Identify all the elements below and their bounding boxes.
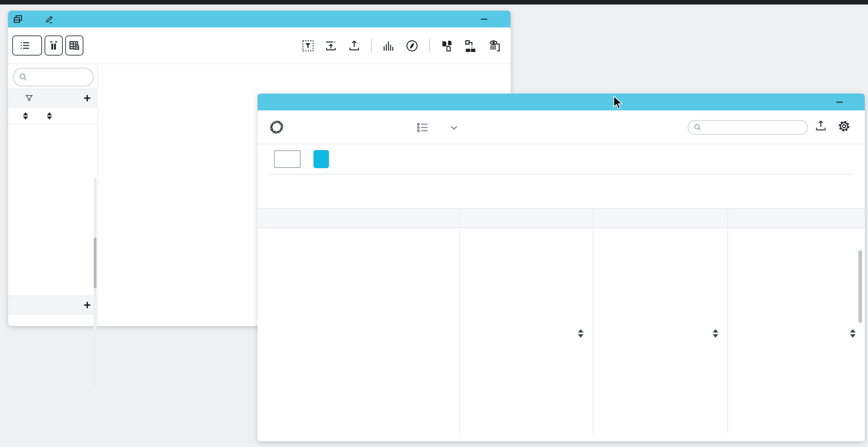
sort-icon[interactable] bbox=[577, 329, 585, 338]
mouse-cursor bbox=[612, 96, 625, 110]
dimensions-filter-icon[interactable] bbox=[25, 94, 34, 103]
copy-pages-icon[interactable] bbox=[440, 39, 454, 53]
list-icon bbox=[20, 40, 30, 51]
main-toolbar-right-icons bbox=[302, 28, 501, 64]
table-layout-button[interactable] bbox=[65, 35, 83, 56]
main-minimize-button[interactable] bbox=[477, 12, 491, 26]
dimensions-section-header: + bbox=[8, 89, 98, 107]
main-close-button[interactable] bbox=[491, 12, 505, 26]
dialog-search-input[interactable] bbox=[688, 120, 808, 135]
toolbar-separator bbox=[371, 39, 372, 53]
chart-icon[interactable] bbox=[382, 39, 395, 52]
main-toolbar bbox=[8, 28, 510, 64]
dialog-minimize-button[interactable] bbox=[833, 96, 847, 108]
add-fact-button[interactable]: + bbox=[84, 299, 91, 311]
dialog-settings-gear-icon[interactable] bbox=[837, 119, 851, 134]
divider bbox=[269, 174, 854, 175]
display-list-icon bbox=[416, 121, 429, 135]
filter-area-icon[interactable] bbox=[302, 40, 314, 52]
facts-section-header: + bbox=[8, 296, 98, 314]
dimensions-facts-button[interactable] bbox=[12, 35, 42, 56]
desktop-top-strip bbox=[0, 0, 868, 4]
toolbar-separator bbox=[429, 39, 430, 53]
search-icon bbox=[19, 73, 28, 82]
hide-columns-eye-icon[interactable] bbox=[488, 39, 501, 53]
sidebar: + + bbox=[8, 64, 98, 326]
calculate-button[interactable] bbox=[313, 150, 329, 168]
fit-columns-icon bbox=[48, 40, 59, 51]
rules-table-header bbox=[257, 208, 865, 228]
sort-icon[interactable] bbox=[46, 112, 53, 120]
sort-icon[interactable] bbox=[22, 112, 29, 120]
column-divider bbox=[727, 208, 728, 434]
compass-icon[interactable] bbox=[405, 39, 419, 53]
dialog-titlebar[interactable] bbox=[257, 94, 865, 110]
export-icon[interactable] bbox=[348, 39, 361, 52]
dimensions-columns-header bbox=[8, 107, 98, 124]
dialog-scrollbar-thumb[interactable] bbox=[858, 250, 862, 323]
dialog-export-icon[interactable] bbox=[814, 119, 827, 133]
search-icon bbox=[693, 123, 702, 132]
sidebar-scrollbar-thumb[interactable] bbox=[94, 238, 97, 288]
association-rules-dialog bbox=[257, 94, 865, 441]
popularity-controls bbox=[269, 144, 854, 174]
rename-pencil-icon[interactable] bbox=[44, 14, 54, 24]
sort-icon[interactable] bbox=[712, 329, 719, 338]
dialog-close-button[interactable] bbox=[847, 96, 861, 108]
table-layout-icon bbox=[68, 40, 80, 51]
sort-icon[interactable] bbox=[849, 329, 857, 338]
facts-columns-header bbox=[8, 315, 98, 332]
spinner-icon bbox=[270, 120, 283, 135]
main-titlebar[interactable] bbox=[8, 11, 510, 28]
dialog-toolbar bbox=[257, 110, 865, 144]
popularity-input[interactable] bbox=[274, 150, 301, 168]
add-dimension-button[interactable]: + bbox=[84, 92, 91, 104]
fit-columns-button[interactable] bbox=[44, 35, 63, 56]
sidebar-scrollbar[interactable] bbox=[94, 177, 97, 387]
display-type-selector[interactable] bbox=[416, 110, 459, 144]
sidebar-search-input[interactable] bbox=[13, 68, 94, 87]
hierarchy-icon[interactable] bbox=[464, 39, 477, 53]
column-divider bbox=[593, 208, 593, 434]
app-logo-icon bbox=[12, 13, 24, 25]
chevron-down-icon bbox=[449, 123, 459, 132]
column-divider bbox=[459, 208, 460, 434]
load-view-icon[interactable] bbox=[324, 39, 337, 52]
